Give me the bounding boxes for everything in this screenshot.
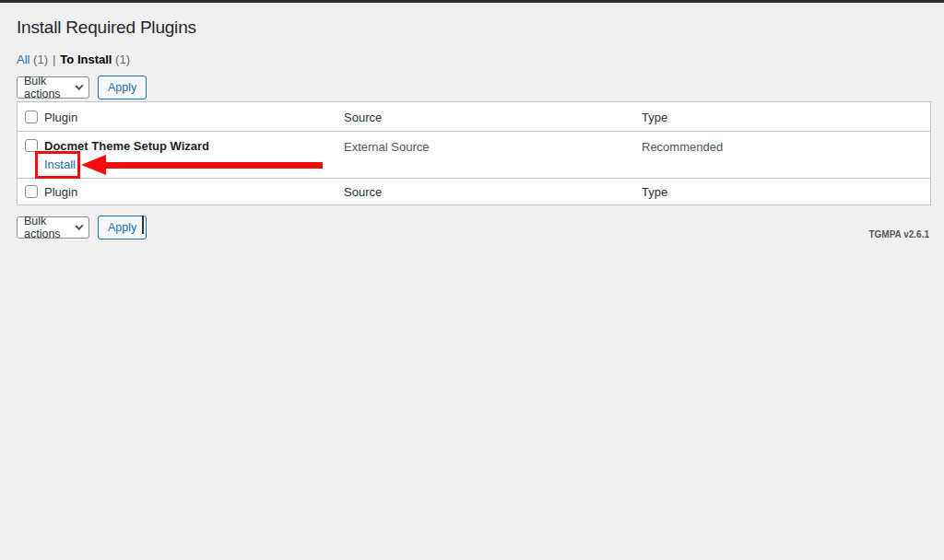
column-header-source: Source [344,110,382,123]
column-footer-type: Type [642,185,667,199]
table-row: Docmet Theme Setup Wizard Install Extern… [18,131,930,178]
filter-to-install-count: (1) [115,52,130,66]
bulk-actions-bar-top: Bulk actions Apply [17,76,147,99]
plugin-type-value: Recommended [642,140,723,154]
select-all-checkbox-bottom[interactable] [25,185,38,198]
page-title: Install Required Plugins [17,18,196,38]
apply-button-bottom[interactable]: Apply [98,216,147,239]
tgmpa-version-label: TGMPA v2.6.1 [868,229,929,239]
column-footer-plugin: Plugin [44,185,77,199]
text-cursor [142,216,144,234]
filter-separator: | [53,52,55,66]
plugin-name: Docmet Theme Setup Wizard [44,139,209,153]
bulk-actions-bar-bottom: Bulk actions Apply [17,216,147,239]
column-footer-source: Source [344,185,382,199]
bulk-actions-select-bottom-label: Bulk actions [24,215,77,240]
filter-all-link[interactable]: All (1) [17,52,48,66]
bulk-actions-select-label: Bulk actions [24,75,77,100]
install-link[interactable]: Install [44,158,76,171]
bulk-actions-select-bottom[interactable]: Bulk actions [17,216,89,239]
status-filter-links: All (1)|To Install (1) [17,52,130,66]
window-top-edge [0,0,944,3]
bulk-actions-select[interactable]: Bulk actions [17,76,89,99]
select-all-checkbox[interactable] [25,111,38,123]
plugin-source-value: External Source [344,140,430,154]
apply-button[interactable]: Apply [98,76,147,99]
row-checkbox[interactable] [25,139,38,152]
filter-all-count: (1) [33,52,48,66]
column-header-type: Type [642,110,667,123]
table-header-row: Plugin Source Type [18,102,930,131]
filter-to-install-link[interactable]: To Install [60,52,112,66]
plugins-table: Plugin Source Type Docmet Theme Setup Wi… [17,101,931,205]
column-header-plugin: Plugin [44,110,77,123]
table-footer-row: Plugin Source Type [18,178,930,204]
